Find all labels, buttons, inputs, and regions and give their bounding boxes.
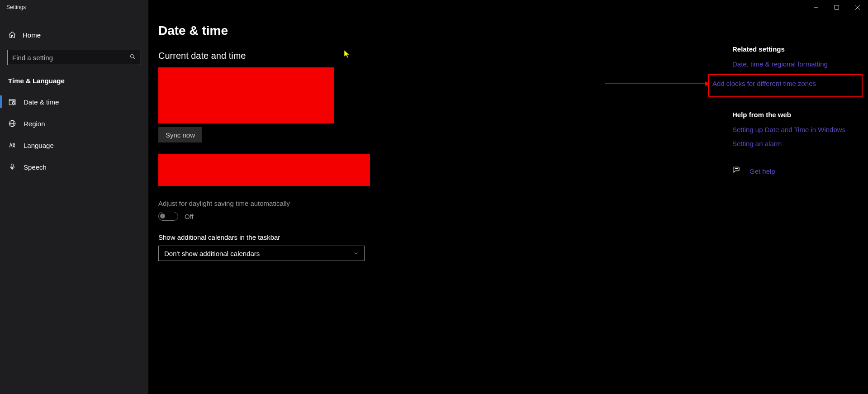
sidebar-item-label: Date & time [24,98,59,106]
link-get-help[interactable]: Get help [749,167,775,175]
search-input[interactable] [12,54,129,62]
link-setting-alarm[interactable]: Setting an alarm [732,140,859,147]
close-button[interactable] [847,0,868,14]
calendar-select-value: Don't show additional calendars [164,250,260,257]
mic-icon [8,163,16,171]
redacted-block-2 [158,154,370,186]
search-icon [129,53,136,62]
daylight-toggle-state: Off [185,213,194,220]
help-section: Help from the web Setting up Date and Ti… [732,111,859,176]
sidebar-item-label: Speech [24,163,47,171]
link-add-clocks[interactable]: Add clocks for different time zones [712,80,858,87]
chevron-down-icon [353,250,359,257]
home-nav[interactable]: Home [0,26,148,43]
redacted-block-1 [158,67,334,123]
clock-icon [8,98,16,106]
svg-rect-1 [835,5,839,9]
svg-line-10 [14,103,14,103]
help-heading: Help from the web [732,111,859,119]
svg-rect-15 [11,164,14,167]
get-help-icon [732,166,741,176]
main-content: Date & time Current date and time Sync n… [158,24,705,261]
annotation-arrow [605,83,709,84]
svg-line-5 [133,57,135,59]
search-wrap [7,50,141,65]
svg-point-19 [737,168,738,169]
related-settings-heading: Related settings [732,45,859,53]
svg-point-17 [735,168,735,169]
sidebar-section-header: Time & Language [0,69,148,91]
sidebar-item-label: Region [24,120,45,128]
sidebar-item-date-time[interactable]: Date & time [0,91,148,113]
annotation-highlight-box: Add clocks for different time zones [708,74,863,97]
sync-now-button[interactable]: Sync now [158,127,202,142]
sidebar-item-language[interactable]: Language [0,134,148,156]
svg-point-4 [131,54,134,58]
window-controls [806,0,868,14]
link-setup-date-time[interactable]: Setting up Date and Time in Windows [732,126,859,133]
get-help-row[interactable]: Get help [732,166,859,176]
minimize-button[interactable] [806,0,826,14]
language-icon [8,141,16,149]
sidebar-item-speech[interactable]: Speech [0,156,148,178]
sidebar-item-region[interactable]: Region [0,113,148,134]
page-title: Date & time [158,24,705,38]
current-date-time-heading: Current date and time [158,51,705,61]
maximize-button[interactable] [826,0,847,14]
calendar-label: Show additional calendars in the taskbar [158,233,705,241]
calendar-select[interactable]: Don't show additional calendars [158,246,365,261]
daylight-label: Adjust for daylight saving time automati… [158,199,705,207]
sidebar-item-label: Language [24,142,54,149]
cursor-icon [344,50,350,59]
link-date-regional-formatting[interactable]: Date, time & regional formatting [732,60,859,68]
daylight-toggle[interactable] [158,212,178,221]
sidebar: Home Time & Language Date & time Region … [0,0,148,394]
home-label: Home [23,31,41,39]
daylight-toggle-row: Off [158,212,705,221]
search-box[interactable] [7,50,141,65]
right-column: Related settings Date, time & regional f… [732,45,859,176]
home-icon [8,31,16,39]
globe-icon [8,119,16,128]
svg-point-18 [736,168,737,169]
